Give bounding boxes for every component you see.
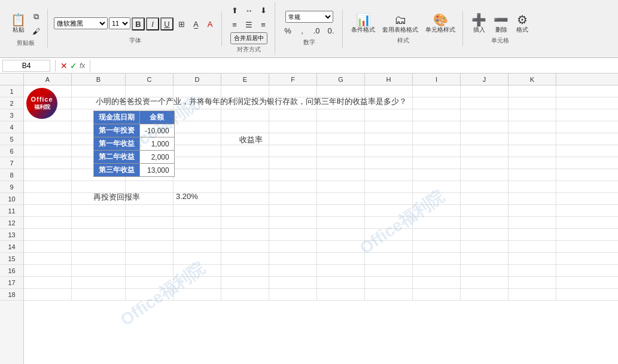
row-num-12[interactable]: 12	[0, 217, 23, 229]
col-header-f[interactable]: F	[269, 74, 317, 85]
table-row	[24, 109, 618, 121]
align-center-button[interactable]: ☰	[242, 18, 255, 31]
cell-a1[interactable]	[24, 85, 72, 97]
formula-input[interactable]	[95, 60, 616, 71]
row-num-3[interactable]: 3	[0, 109, 23, 121]
alignment-label: 对齐方式	[237, 45, 261, 54]
table-row	[24, 265, 618, 277]
table-row	[24, 229, 618, 241]
insert-button[interactable]: ➕ 插入	[469, 13, 489, 35]
table-row	[24, 169, 618, 181]
grid-content: Office 福利院 小明的爸爸投资一个产业，并将每年的利润定投为银行存款，问第…	[24, 85, 618, 364]
col-header-a[interactable]: A	[24, 74, 72, 85]
row-num-1[interactable]: 1	[0, 85, 23, 97]
row-num-2[interactable]: 2	[0, 97, 23, 109]
row-num-11[interactable]: 11	[0, 205, 23, 217]
row-num-7[interactable]: 7	[0, 157, 23, 169]
conditional-format-button[interactable]: 📊 条件格式	[349, 13, 378, 35]
styles-group: 📊 条件格式 🗂 套用表格格式 🎨 单元格样式 样式	[344, 11, 463, 46]
row-numbers: 1 2 3 4 5 6 7 8 9 10 11 12 13 14 15 16 1…	[0, 85, 24, 364]
table-row	[24, 121, 618, 133]
underline-button[interactable]: U	[160, 17, 173, 30]
font-group: 微软雅黑 11 B I U ⊞ A̲ A 字体	[49, 11, 222, 46]
copy-button[interactable]: ⧉	[29, 10, 42, 23]
table-row	[24, 289, 618, 301]
table-row	[24, 193, 618, 205]
col-header-h[interactable]: H	[365, 74, 413, 85]
table-row	[24, 181, 618, 193]
col-header-d[interactable]: D	[173, 74, 221, 85]
align-middle-button[interactable]: ↔	[242, 4, 255, 17]
row-num-15[interactable]: 15	[0, 253, 23, 265]
decrease-decimal-button[interactable]: 0.	[324, 24, 337, 37]
merge-center-button[interactable]: 合并后居中	[230, 32, 267, 44]
cancel-formula-icon[interactable]: ✕	[60, 61, 68, 71]
col-header-c[interactable]: C	[126, 74, 173, 85]
column-headers: A B C D E F G H I J K	[0, 74, 618, 85]
font-size-select[interactable]: 11	[109, 17, 130, 29]
toolbar: 📋 粘贴 ⧉ 🖌 剪贴板 微软雅黑 11	[0, 0, 618, 58]
row-num-10[interactable]: 10	[0, 193, 23, 205]
col-header-b[interactable]: B	[72, 74, 126, 85]
number-format-select[interactable]: 常规	[285, 11, 333, 23]
fill-color-button[interactable]: A̲	[189, 17, 202, 30]
row-num-8[interactable]: 8	[0, 169, 23, 181]
table-row	[24, 253, 618, 265]
col-header-g[interactable]: G	[317, 74, 365, 85]
name-box[interactable]	[2, 60, 50, 72]
font-color-button[interactable]: A	[203, 17, 217, 30]
delete-button[interactable]: ➖ 删除	[491, 13, 511, 35]
row-num-6[interactable]: 6	[0, 145, 23, 157]
table-row	[24, 277, 618, 289]
col-header-k[interactable]: K	[509, 74, 556, 85]
format-button[interactable]: ⚙ 格式	[513, 13, 531, 35]
grid-rows	[24, 85, 618, 301]
alignment-group: ⬆ ↔ ⬇ ≡ ☰ ≡ 合并后居中 对齐方式	[223, 2, 275, 55]
formula-separator	[55, 60, 56, 72]
cell-style-button[interactable]: 🎨 单元格样式	[423, 13, 458, 35]
increase-decimal-button[interactable]: .0	[310, 24, 323, 37]
font-name-select[interactable]: 微软雅黑	[54, 17, 108, 29]
format-painter-button[interactable]: 🖌	[29, 25, 42, 38]
font-label: 字体	[129, 36, 141, 45]
table-format-button[interactable]: 🗂 套用表格格式	[380, 13, 421, 35]
align-top-button[interactable]: ⬆	[228, 4, 241, 17]
percent-button[interactable]: %	[281, 24, 294, 37]
col-header-i[interactable]: I	[413, 74, 461, 85]
bold-button[interactable]: B	[132, 17, 145, 30]
number-group: 常规 % , .0 0. 数字	[276, 10, 343, 48]
corner-cell	[0, 74, 24, 85]
spreadsheet: A B C D E F G H I J K 1 2 3 4 5 6 7 8	[0, 74, 618, 364]
row-num-13[interactable]: 13	[0, 229, 23, 241]
row-num-16[interactable]: 16	[0, 265, 23, 277]
row-num-4[interactable]: 4	[0, 121, 23, 133]
align-bottom-button[interactable]: ⬇	[257, 4, 270, 17]
table-row	[24, 157, 618, 169]
insert-function-icon[interactable]: fx	[80, 62, 85, 70]
clipboard-group: 📋 粘贴 ⧉ 🖌 剪贴板	[4, 9, 48, 48]
paste-button[interactable]: 📋 粘贴	[8, 13, 28, 35]
row-num-9[interactable]: 9	[0, 181, 23, 193]
cells-group: ➕ 插入 ➖ 删除 ⚙ 格式 单元格	[464, 11, 536, 46]
confirm-formula-icon[interactable]: ✓	[70, 61, 77, 71]
italic-button[interactable]: I	[146, 17, 159, 30]
paste-icon: 📋	[11, 14, 26, 26]
table-row	[24, 217, 618, 229]
table-row	[24, 97, 618, 109]
row-num-14[interactable]: 14	[0, 241, 23, 253]
table-row	[24, 133, 618, 145]
grid-area: 1 2 3 4 5 6 7 8 9 10 11 12 13 14 15 16 1…	[0, 85, 618, 364]
row-num-17[interactable]: 17	[0, 277, 23, 289]
col-header-e[interactable]: E	[221, 74, 269, 85]
row-num-18[interactable]: 18	[0, 289, 23, 301]
comma-button[interactable]: ,	[296, 24, 309, 37]
table-row	[24, 241, 618, 253]
styles-label: 样式	[397, 36, 409, 45]
row-num-5[interactable]: 5	[0, 133, 23, 145]
align-left-button[interactable]: ≡	[228, 18, 241, 31]
align-right-button[interactable]: ≡	[257, 18, 270, 31]
col-header-j[interactable]: J	[461, 74, 509, 85]
border-button[interactable]: ⊞	[175, 17, 188, 30]
table-row	[24, 85, 618, 97]
clipboard-label: 剪贴板	[17, 39, 35, 47]
